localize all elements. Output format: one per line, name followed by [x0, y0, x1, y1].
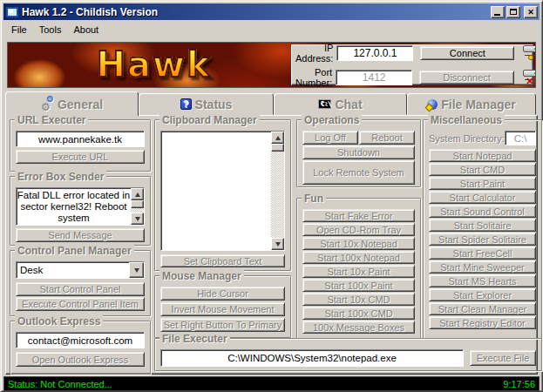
log-off-button[interactable]: Log Off: [302, 131, 358, 145]
ip-address-input[interactable]: [336, 45, 413, 61]
control-panel-manager-group: Control Panel Manager Desk Start Control…: [10, 250, 151, 316]
url-executer-group: URL Executer Execute URL: [10, 119, 151, 172]
close-icon: ✕: [527, 8, 534, 17]
start-100x-paint-button[interactable]: Start 100x Paint: [302, 279, 415, 292]
start-10x-cmd-button[interactable]: Start 10x CMD: [302, 293, 415, 306]
blue-orb-icon: [427, 99, 438, 110]
start-100x-cmd-button[interactable]: Start 100x CMD: [302, 307, 415, 320]
arrow-up-icon: [275, 136, 281, 140]
scroll-down-button[interactable]: [271, 238, 284, 250]
reboot-button[interactable]: Reboot: [359, 131, 415, 145]
email-input[interactable]: [16, 332, 145, 348]
start-spider-solitaire-button[interactable]: Start Spider Solitaire: [429, 233, 536, 246]
port-number-input[interactable]: [336, 70, 412, 85]
set-clipboard-text-button[interactable]: Set Clipboard Text: [160, 254, 285, 267]
clipboard-text: [161, 132, 271, 250]
scroll-down-button[interactable]: [131, 213, 144, 225]
connection-panel: IP Address: Connect Port Number: Disconn…: [291, 44, 533, 85]
title-bar: Hawk 1.2 - Childish Version ✕: [3, 3, 540, 20]
start-ms-hearts-button[interactable]: Start MS Hearts: [429, 274, 536, 287]
start-mine-sweeper-button[interactable]: Start Mine Sweeper: [429, 260, 536, 274]
vertical-scrollbar[interactable]: [271, 132, 284, 250]
tab-status[interactable]: ? Status: [139, 93, 274, 115]
dropdown-button[interactable]: [129, 262, 144, 278]
help-book-icon: ?: [180, 98, 192, 110]
tab-file-manager[interactable]: File Manager: [407, 93, 536, 115]
connection-status-text: Status: Not Connected...: [8, 379, 112, 389]
open-cd-rom-tray-button[interactable]: Open CD-Rom Tray: [302, 223, 415, 236]
100x-message-boxes-button[interactable]: 100x Message Boxes: [302, 321, 415, 334]
start-100x-notepad-button[interactable]: Start 100x Notepad: [302, 251, 415, 264]
arrow-up-icon: [135, 193, 140, 197]
hawk-logo: Hawk: [8, 44, 300, 84]
scrollbar-thumb[interactable]: [131, 200, 144, 208]
tab-chat[interactable]: C:\ Chat: [274, 93, 407, 115]
start-control-panel-button[interactable]: Start Control Panel: [16, 282, 145, 296]
lock-remote-system-button[interactable]: Lock Remote System: [302, 160, 415, 185]
menu-file[interactable]: File: [5, 23, 33, 37]
hide-cursor-button[interactable]: Hide Cursor: [160, 287, 285, 301]
scrollbar-thumb[interactable]: [271, 144, 284, 152]
menu-about[interactable]: About: [67, 23, 105, 37]
minimize-icon: [494, 14, 500, 16]
start-notepad-button[interactable]: Start Notepad: [429, 149, 536, 162]
start-10x-notepad-button[interactable]: Start 10x Notepad: [302, 237, 415, 250]
green-led-icon: [534, 48, 536, 50]
start-fake-error-button[interactable]: Start Fake Error: [302, 209, 415, 222]
port-number-label: Port Number:: [295, 67, 332, 88]
shutdown-button[interactable]: Shutdown: [302, 145, 415, 159]
file-path-input[interactable]: [160, 349, 464, 367]
gears-icon: ⚙⚙: [41, 98, 54, 110]
start-paint-button[interactable]: Start Paint: [429, 177, 536, 190]
start-calculator-button[interactable]: Start Calculator: [429, 191, 536, 204]
url-input[interactable]: [16, 131, 145, 147]
column-miscellaneous: Miscellaneous System Directory: Start No…: [423, 119, 542, 343]
maximize-icon: [510, 9, 517, 15]
execute-control-panel-item-button[interactable]: Execute Control Panel Item: [16, 297, 145, 311]
group-title: Miscellaneous: [428, 114, 505, 126]
open-outlook-express-button[interactable]: Open Outlook Express: [16, 352, 145, 367]
column-middle: Clipboard Manager Set Clipboard Text Mou…: [154, 119, 291, 342]
column-operations: Operations Log Off Reboot Shutdown Lock …: [296, 119, 421, 343]
maximize-button[interactable]: [506, 6, 520, 18]
start-clean-manager-button[interactable]: Start Clean Manager: [429, 302, 536, 315]
start-10x-paint-button[interactable]: Start 10x Paint: [302, 265, 415, 278]
scroll-up-button[interactable]: [271, 132, 284, 144]
menu-bar: File Tools About: [3, 20, 540, 38]
dropdown-selected-value: Desk: [17, 262, 129, 278]
fun-group: Fun Start Fake Error Open CD-Rom Tray St…: [296, 198, 421, 339]
computer-drive-icon: [523, 45, 536, 52]
operations-group: Operations Log Off Reboot Shutdown Lock …: [296, 119, 421, 187]
control-panel-dropdown[interactable]: Desk: [16, 261, 145, 279]
start-solitaire-button[interactable]: Start Solitaire: [429, 219, 536, 232]
start-freecell-button[interactable]: Start FreeCell: [429, 247, 536, 260]
menu-tools[interactable]: Tools: [33, 23, 68, 37]
tab-general[interactable]: ⚙⚙ General: [5, 91, 139, 116]
send-message-button[interactable]: Send Message: [16, 228, 145, 242]
start-explorer-button[interactable]: Start Explorer: [429, 288, 536, 301]
execute-file-button[interactable]: Execute File: [470, 350, 536, 366]
chevron-down-icon: [134, 268, 139, 273]
invert-mouse-movement-button[interactable]: Invert Mouse Movement: [160, 302, 285, 316]
ip-address-label: IP Address:: [295, 43, 333, 64]
start-registry-editor-button[interactable]: Start Registry Editor: [429, 316, 536, 329]
error-message-box[interactable]: Fatal DLL error located in sector kernel…: [16, 187, 145, 226]
vertical-scrollbar[interactable]: [131, 188, 144, 225]
start-cmd-button[interactable]: Start CMD: [429, 163, 536, 176]
outlook-express-group: Outlook Express Open Outlook Express: [10, 321, 151, 375]
minimize-button[interactable]: [491, 6, 505, 18]
clipboard-text-area[interactable]: [160, 131, 285, 251]
group-title: Control Panel Manager: [15, 245, 134, 257]
set-right-button-primary-button[interactable]: Set Right Button To Primary: [160, 318, 285, 332]
group-title: Mouse Manager: [160, 270, 244, 282]
disconnect-button[interactable]: Disconnect: [419, 71, 514, 84]
error-box-sender-group: Error Box Sender Fatal DLL error located…: [10, 176, 151, 246]
execute-url-button[interactable]: Execute URL: [16, 150, 145, 164]
red-x-icon: ✕: [526, 76, 533, 87]
system-directory-input[interactable]: [505, 131, 536, 145]
disconnect-icon: ✕: [521, 69, 529, 86]
connect-button[interactable]: Connect: [420, 46, 514, 60]
close-button[interactable]: ✕: [524, 6, 538, 18]
scroll-up-button[interactable]: [131, 188, 144, 200]
start-sound-control-button[interactable]: Start Sound Control: [429, 205, 536, 218]
